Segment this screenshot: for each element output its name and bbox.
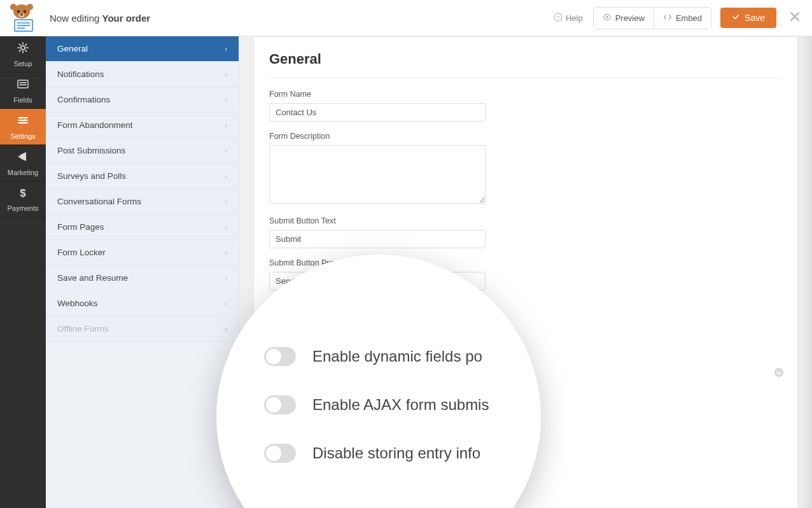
sidebar-item-label: General xyxy=(57,44,88,53)
field-submit-button-text: Submit Button Text xyxy=(269,216,782,248)
field-label: Form Name xyxy=(269,90,782,99)
preview-label: Preview xyxy=(615,13,645,23)
rail-marketing[interactable]: Marketing xyxy=(0,145,46,181)
rail-label: Settings xyxy=(10,132,36,140)
toggle-row-disable-storing: Disable storing entry info xyxy=(264,444,531,463)
sidebar-item-label: Form Abandonment xyxy=(57,120,133,130)
editing-form-name: Your order xyxy=(102,13,151,24)
form-name-input[interactable] xyxy=(269,103,486,122)
chevron-right-icon: › xyxy=(225,223,227,232)
editing-prefix: Now editing xyxy=(50,13,102,24)
sidebar-item-notifications[interactable]: Notifications › xyxy=(46,62,239,87)
svg-rect-16 xyxy=(18,80,28,88)
field-label: Submit Button Text xyxy=(269,216,782,225)
editing-label: Now editing Your order xyxy=(50,13,150,24)
preview-button[interactable]: Preview xyxy=(594,8,654,29)
chevron-right-icon: › xyxy=(225,70,227,79)
sidebar-item-label: Save and Resume xyxy=(57,273,128,283)
sidebar-item-webhooks[interactable]: Webhooks › xyxy=(46,291,239,316)
sidebar-item-post-submissions[interactable]: Post Submissions › xyxy=(46,138,239,164)
chevron-right-icon: › xyxy=(225,248,227,257)
sidebar-item-save-resume[interactable]: Save and Resume › xyxy=(46,265,239,291)
field-form-description: Form Description xyxy=(269,132,782,206)
gear-icon xyxy=(17,41,29,57)
svg-point-23 xyxy=(774,368,783,377)
svg-point-14 xyxy=(606,16,608,18)
field-form-name: Form Name xyxy=(269,90,782,122)
rail-label: Setup xyxy=(14,60,32,67)
chevron-right-icon: › xyxy=(225,274,227,283)
sidebar-item-form-abandonment[interactable]: Form Abandonment › xyxy=(46,113,239,138)
eye-icon xyxy=(603,13,612,24)
chevron-right-icon: › xyxy=(225,95,227,104)
svg-point-21 xyxy=(20,122,23,124)
svg-point-19 xyxy=(20,116,22,119)
rail-setup[interactable]: Setup xyxy=(0,36,46,73)
rail-label: Fields xyxy=(13,96,32,104)
chevron-right-icon: › xyxy=(225,299,227,308)
svg-rect-11 xyxy=(17,27,25,29)
sidebar-item-label: Form Pages xyxy=(57,222,104,232)
sidebar-item-label: Conversational Forms xyxy=(57,197,141,206)
divider xyxy=(269,78,782,78)
field-label: Form Description xyxy=(269,132,782,141)
toggle-row-dynamic-fields: Enable dynamic fields po xyxy=(264,347,531,366)
dynamic-fields-toggle[interactable] xyxy=(264,347,296,366)
sidebar-item-label: Form Locker xyxy=(57,248,106,257)
help-button[interactable]: ? Help xyxy=(554,13,583,24)
megaphone-icon xyxy=(17,150,29,166)
rail-fields[interactable]: Fields xyxy=(0,73,46,109)
svg-rect-9 xyxy=(17,22,30,24)
chevron-right-icon: › xyxy=(225,325,227,334)
form-icon xyxy=(17,78,29,94)
left-rail: Setup Fields Settings Marketing $ Paymen… xyxy=(0,36,46,508)
embed-label: Embed xyxy=(676,13,702,23)
preview-embed-group: Preview Embed xyxy=(593,7,711,29)
disable-storing-toggle[interactable] xyxy=(264,444,296,463)
chevron-right-icon: › xyxy=(225,146,227,155)
svg-point-15 xyxy=(21,46,25,50)
toggle-label: Enable AJAX form submis xyxy=(312,396,489,414)
chevron-right-icon: › xyxy=(225,45,227,53)
sidebar-item-label: Post Submissions xyxy=(57,146,125,155)
magnifier-content: Enable dynamic fields po Enable AJAX for… xyxy=(264,347,531,492)
chevron-right-icon: › xyxy=(225,172,227,181)
svg-point-2 xyxy=(24,10,26,13)
sidebar-item-general[interactable]: General › xyxy=(46,36,239,62)
check-icon xyxy=(732,13,740,23)
sidebar-item-conversational-forms[interactable]: Conversational Forms › xyxy=(46,189,239,215)
close-icon xyxy=(789,11,801,25)
sidebar-item-offline-forms[interactable]: Offline Forms › xyxy=(46,316,239,342)
expand-chevron-icon[interactable] xyxy=(773,367,785,381)
svg-text:?: ? xyxy=(556,14,559,20)
chevron-right-icon: › xyxy=(225,197,227,206)
form-description-input[interactable] xyxy=(269,145,486,204)
sidebar-item-confirmations[interactable]: Confirmations › xyxy=(46,87,239,113)
dollar-icon: $ xyxy=(17,187,29,202)
svg-point-1 xyxy=(17,10,20,13)
settings-sidebar: General › Notifications › Confirmations … xyxy=(46,36,239,508)
toggle-row-ajax-submission: Enable AJAX form submis xyxy=(264,395,531,414)
rail-label: Marketing xyxy=(8,169,38,176)
chevron-right-icon: › xyxy=(225,121,227,130)
embed-button[interactable]: Embed xyxy=(654,8,711,29)
toggle-label: Enable dynamic fields po xyxy=(312,348,482,365)
rail-label: Payments xyxy=(8,204,39,212)
sidebar-item-label: Webhooks xyxy=(57,299,98,308)
sliders-icon xyxy=(17,114,29,130)
sidebar-item-form-locker[interactable]: Form Locker › xyxy=(46,240,239,265)
svg-point-5 xyxy=(10,4,17,10)
close-button[interactable] xyxy=(789,11,801,25)
ajax-submission-toggle[interactable] xyxy=(264,395,296,414)
svg-text:$: $ xyxy=(20,187,26,199)
save-button[interactable]: Save xyxy=(720,8,776,28)
rail-settings[interactable]: Settings xyxy=(0,109,46,145)
svg-rect-18 xyxy=(20,84,27,85)
help-icon: ? xyxy=(554,13,563,24)
submit-button-text-input[interactable] xyxy=(269,230,486,248)
sidebar-item-form-pages[interactable]: Form Pages › xyxy=(46,215,239,240)
rail-payments[interactable]: $ Payments xyxy=(0,181,46,218)
svg-point-4 xyxy=(20,13,23,15)
topbar: Now editing Your order ? Help Preview Em… xyxy=(0,0,812,36)
sidebar-item-surveys-polls[interactable]: Surveys and Polls › xyxy=(46,164,239,189)
